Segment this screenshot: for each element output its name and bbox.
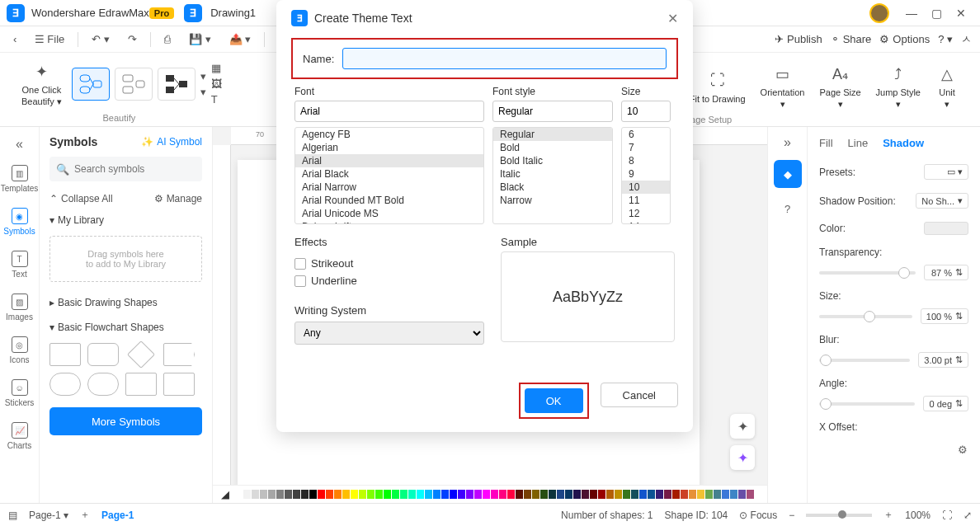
- table-icon[interactable]: ▦: [211, 62, 222, 74]
- color-swatch[interactable]: [384, 490, 391, 499]
- shape-rect[interactable]: [49, 343, 81, 366]
- color-swatch[interactable]: [672, 490, 680, 499]
- rail-stickers[interactable]: ☺Stickers: [0, 373, 40, 414]
- color-swatch[interactable]: [573, 490, 581, 499]
- file-menu[interactable]: ☰ File: [30, 31, 69, 48]
- window-minimize[interactable]: —: [899, 7, 924, 20]
- save-button[interactable]: 💾 ▾: [184, 31, 216, 48]
- redo-button[interactable]: ↷: [123, 31, 142, 48]
- color-swatch[interactable]: [557, 490, 564, 499]
- strikeout-checkbox[interactable]: Strikeout: [294, 255, 484, 272]
- zoom-out[interactable]: −: [789, 510, 794, 521]
- shape-doc[interactable]: [125, 373, 157, 396]
- color-swatch[interactable]: [549, 490, 556, 499]
- color-swatch[interactable]: [524, 490, 531, 499]
- mylib-dropzone[interactable]: Drag symbols here to add to My Library: [49, 236, 202, 282]
- focus-toggle[interactable]: ⊙ Focus: [739, 510, 777, 521]
- style-input[interactable]: [492, 101, 613, 122]
- shape-diamond[interactable]: [127, 340, 155, 369]
- list-item[interactable]: Black: [493, 181, 612, 194]
- color-swatch[interactable]: [697, 490, 704, 499]
- color-swatch[interactable]: [408, 490, 416, 499]
- color-swatch[interactable]: [924, 222, 968, 235]
- text-icon[interactable]: T: [211, 93, 222, 106]
- ai-symbol-button[interactable]: ✨ AI Symbol: [141, 136, 202, 148]
- symbol-search-input[interactable]: [74, 163, 198, 175]
- theme-name-input[interactable]: [342, 48, 667, 69]
- list-item[interactable]: Arial Narrow: [295, 181, 483, 194]
- color-swatch[interactable]: [392, 490, 399, 499]
- color-swatch[interactable]: [235, 490, 243, 499]
- color-swatch[interactable]: [639, 490, 647, 499]
- list-item[interactable]: 6: [622, 128, 670, 141]
- presets-select[interactable]: ▭ ▾: [924, 164, 968, 180]
- page-dropdown[interactable]: Page-1 ▾: [29, 510, 68, 521]
- color-swatch[interactable]: [474, 490, 482, 499]
- orientation-button[interactable]: ▭Orientation▾: [756, 59, 810, 113]
- size-input[interactable]: [621, 101, 671, 122]
- collapse-ribbon[interactable]: ㅅ: [961, 32, 972, 47]
- color-swatch[interactable]: [483, 490, 490, 499]
- color-swatch[interactable]: [722, 490, 729, 499]
- transparency-slider[interactable]: [819, 271, 916, 275]
- shape-oval[interactable]: [49, 373, 81, 396]
- color-swatch[interactable]: [375, 490, 383, 499]
- rail-collapse-toggle[interactable]: «: [11, 132, 28, 157]
- color-swatch[interactable]: [491, 490, 498, 499]
- color-swatch[interactable]: [582, 490, 589, 499]
- list-item[interactable]: 8: [622, 154, 670, 167]
- shape-flag[interactable]: [163, 343, 195, 366]
- fill-tool-icon[interactable]: ◆: [774, 160, 802, 188]
- color-swatch[interactable]: [466, 490, 474, 499]
- color-swatch[interactable]: [705, 490, 713, 499]
- blur-slider[interactable]: [819, 359, 910, 362]
- tab-line[interactable]: Line: [848, 137, 869, 149]
- color-swatch[interactable]: [458, 490, 465, 499]
- unit-button[interactable]: △Unit▾: [931, 59, 964, 113]
- angle-slider[interactable]: [819, 402, 915, 406]
- color-swatch[interactable]: [606, 490, 614, 499]
- publish-button[interactable]: ✈ Publish: [775, 33, 822, 45]
- size-list[interactable]: 678910111214: [621, 127, 671, 224]
- color-swatch[interactable]: [417, 490, 424, 499]
- color-swatch[interactable]: [260, 490, 267, 499]
- user-avatar[interactable]: [869, 3, 889, 23]
- color-swatch[interactable]: [359, 490, 366, 499]
- color-swatch[interactable]: [318, 490, 325, 499]
- list-item[interactable]: 9: [622, 167, 670, 181]
- color-swatch[interactable]: [540, 490, 548, 499]
- layout-preset-3[interactable]: [158, 68, 196, 101]
- page-size-button[interactable]: A₄Page Size▾: [814, 59, 865, 113]
- one-click-beautify-button[interactable]: ✦ One Click Beautify ▾: [16, 57, 67, 110]
- color-swatch[interactable]: [285, 490, 292, 499]
- cancel-button[interactable]: Cancel: [601, 383, 678, 407]
- size-slider[interactable]: [819, 315, 912, 318]
- color-swatch[interactable]: [243, 490, 251, 499]
- color-swatch[interactable]: [738, 490, 746, 499]
- list-item[interactable]: Arial Unicode MS: [295, 207, 483, 220]
- share-button[interactable]: ⚬ Share: [831, 33, 872, 45]
- settings-gear-button[interactable]: ⚙: [952, 439, 973, 460]
- mini-tool-2[interactable]: ▾: [200, 86, 206, 98]
- back-button[interactable]: ‹: [8, 31, 21, 48]
- image-icon[interactable]: 🖼: [211, 77, 222, 90]
- shape-data[interactable]: [163, 373, 195, 396]
- color-swatch[interactable]: [441, 490, 449, 499]
- add-page-button[interactable]: ＋: [80, 508, 90, 522]
- color-swatch[interactable]: [351, 490, 358, 499]
- tab-shadow[interactable]: Shadow: [883, 137, 924, 149]
- color-swatch[interactable]: [252, 490, 259, 499]
- color-swatch[interactable]: [532, 490, 539, 499]
- writing-system-select[interactable]: Any: [294, 322, 484, 345]
- options-button[interactable]: ⚙ Options: [879, 33, 930, 45]
- list-item[interactable]: Narrow: [493, 194, 612, 207]
- color-swatch[interactable]: [664, 490, 671, 499]
- list-item[interactable]: Bold: [493, 141, 612, 154]
- list-item[interactable]: Arial Black: [295, 167, 483, 181]
- mylib-header[interactable]: ▾ My Library: [40, 208, 212, 232]
- color-swatch[interactable]: [747, 490, 754, 499]
- color-swatch[interactable]: [656, 490, 663, 499]
- color-swatch[interactable]: [293, 490, 300, 499]
- layers-icon[interactable]: ▤: [8, 510, 17, 521]
- color-swatch[interactable]: [268, 490, 276, 499]
